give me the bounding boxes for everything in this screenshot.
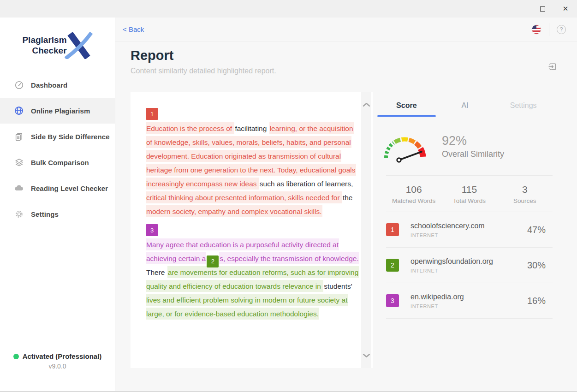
sidebar-item-label: Dashboard: [31, 81, 67, 89]
text-segment: the: [342, 191, 353, 203]
logo-line1: Plagiarism: [22, 35, 66, 46]
sidebar-item-side-by-side[interactable]: Side By Side Difference: [0, 124, 115, 149]
divider: [386, 318, 553, 319]
document-paragraph: 3Many agree that education is a purposef…: [146, 224, 359, 321]
sidebar-nav: Dashboard Online Plagiarism Side By Side…: [0, 72, 115, 227]
sidebar: Plagiarism Checker Dashboard Online Plag…: [0, 18, 115, 391]
report-tabs: Score AI Settings: [377, 95, 553, 116]
paragraph-text: Education is the process of facilitating…: [146, 121, 359, 218]
main-area: < Back ? Report Content similarity detai…: [115, 18, 577, 392]
similarity-gauge-icon: [380, 128, 432, 164]
help-icon[interactable]: ?: [557, 25, 566, 34]
close-button[interactable]: ✕: [554, 0, 577, 18]
top-bar: < Back ?: [115, 18, 577, 42]
score-panel: Score AI Settings 92% Overall Similarity: [377, 95, 553, 319]
maximize-button[interactable]: [531, 0, 554, 18]
logo-x-icon: [63, 32, 93, 59]
cloud-icon: [14, 183, 24, 193]
match-badge[interactable]: 1: [146, 108, 158, 120]
sidebar-item-reading-level[interactable]: Reading Level Checker: [0, 175, 115, 201]
sidebar-item-label: Bulk Comparison: [31, 159, 89, 166]
source-badge[interactable]: 1: [386, 223, 399, 236]
export-report-button[interactable]: [548, 62, 558, 73]
minimize-icon: [517, 9, 523, 9]
sidebar-item-bulk-comparison[interactable]: Bulk Comparison: [0, 149, 115, 175]
text-segment: facilitating: [234, 122, 269, 134]
text-segment: such as liberation of learners,: [259, 178, 353, 190]
tab-score[interactable]: Score: [377, 95, 436, 116]
back-link[interactable]: < Back: [123, 25, 144, 33]
source-domain[interactable]: schoolofsciencery.com: [410, 222, 485, 230]
text-segment: Education is the process of: [146, 122, 234, 134]
documents-icon: [14, 131, 24, 142]
source-percent: 47%: [527, 225, 546, 235]
sidebar-item-settings[interactable]: Settings: [0, 201, 115, 227]
sidebar-item-label: Settings: [31, 210, 59, 218]
stat-value: 106: [386, 184, 441, 195]
activation-status: Activated (Professional) v9.0.0: [0, 352, 115, 370]
stat-total-words: 115 Total Words: [441, 184, 497, 204]
match-badge[interactable]: 3: [146, 224, 158, 236]
app-version: v9.0.0: [0, 362, 115, 370]
topbar-divider: [549, 23, 549, 36]
app-logo-text: Plagiarism Checker: [22, 35, 66, 56]
source-badge[interactable]: 2: [386, 259, 399, 272]
sidebar-item-dashboard[interactable]: Dashboard: [0, 72, 115, 98]
source-badge[interactable]: 3: [386, 294, 399, 307]
paragraph-text: Many agree that education is a purposefu…: [146, 238, 359, 321]
page-subtitle: Content similarity detailed highlighted …: [131, 67, 276, 75]
tab-ai[interactable]: AI: [436, 95, 494, 116]
source-type: INTERNET: [410, 303, 464, 309]
us-flag-icon[interactable]: [531, 24, 541, 35]
stat-matched-words: 106 Matched Words: [386, 184, 441, 204]
source-domain[interactable]: openwingsfoundation.org: [410, 257, 493, 266]
source-percent: 16%: [527, 296, 546, 306]
source-type: INTERNET: [410, 232, 485, 238]
text-segment: students': [323, 280, 353, 292]
source-row[interactable]: 3 en.wikipedia.org INTERNET 16%: [377, 283, 553, 318]
scroll-up-button[interactable]: [361, 98, 371, 112]
scroll-down-button[interactable]: [361, 349, 371, 362]
text-segment: critical thinking about presented inform…: [146, 191, 342, 203]
stat-label: Matched Words: [386, 197, 441, 204]
help-glyph: ?: [560, 26, 563, 33]
overall-similarity-label: Overall Similarity: [442, 149, 504, 159]
tab-settings[interactable]: Settings: [494, 95, 553, 116]
overall-similarity-value: 92%: [442, 134, 504, 148]
sidebar-item-label: Online Plagiarism: [31, 107, 90, 115]
document-report-panel: 1Education is the process of facilitatin…: [131, 92, 373, 368]
export-icon: [548, 62, 558, 71]
title-bar: ✕: [0, 0, 577, 18]
activation-label: Activated (Professional): [23, 352, 102, 360]
stat-value: 3: [497, 184, 553, 195]
app-logo: Plagiarism Checker: [0, 18, 115, 64]
globe-icon: [14, 106, 24, 116]
source-row[interactable]: 1 schoolofsciencery.com INTERNET 47%: [377, 212, 553, 247]
page-title: Report: [131, 48, 276, 63]
document-scrollbar[interactable]: [361, 92, 371, 368]
match-badge-inline[interactable]: 2: [207, 255, 219, 267]
text-segment: There: [146, 266, 167, 278]
stat-sources: 3 Sources: [497, 184, 553, 204]
text-segment: lives and efficient problem solving in m…: [146, 294, 348, 320]
sidebar-item-label: Side By Side Difference: [31, 133, 110, 141]
activation-dot-icon: [13, 354, 19, 359]
logo-line2: Checker: [22, 46, 66, 56]
sidebar-item-label: Reading Level Checker: [31, 184, 108, 192]
source-type: INTERNET: [410, 268, 493, 273]
source-row[interactable]: 2 openwingsfoundation.org INTERNET 30%: [377, 248, 553, 283]
stat-value: 115: [441, 184, 497, 195]
stat-label: Total Words: [441, 197, 497, 204]
sidebar-item-online-plagiarism[interactable]: Online Plagiarism: [0, 98, 115, 124]
minimize-button[interactable]: [508, 0, 531, 18]
chevron-up-icon: [363, 102, 370, 107]
dashboard-gauge-icon: [14, 80, 24, 90]
source-domain[interactable]: en.wikipedia.org: [410, 293, 464, 301]
chevron-down-icon: [363, 353, 370, 358]
text-segment: modern society, empathy and complex voca…: [146, 205, 322, 217]
close-icon: ✕: [563, 5, 569, 13]
layers-icon: [14, 157, 24, 167]
maximize-icon: [540, 6, 545, 12]
stat-label: Sources: [497, 197, 553, 204]
document-paragraph: 1Education is the process of facilitatin…: [146, 108, 359, 218]
